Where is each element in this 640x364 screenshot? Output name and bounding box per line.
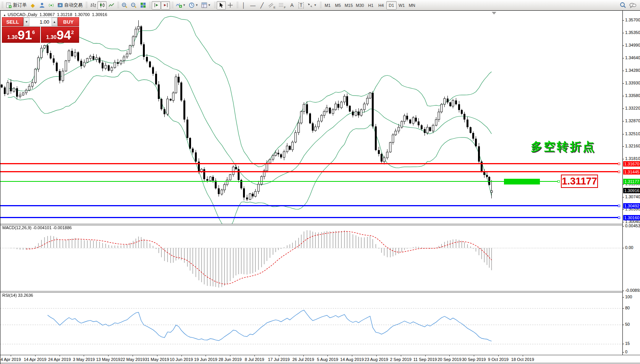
- date-tick: [303, 355, 304, 356]
- horizontal-line-1.31177[interactable]: [0, 181, 560, 182]
- templates-button[interactable]: ▼: [200, 1, 212, 10]
- price-level-label[interactable]: 1.31177: [561, 175, 598, 188]
- date-label: 3 May 2019: [73, 357, 95, 362]
- horizontal-line-1.30160[interactable]: [0, 217, 620, 218]
- timeframe-m15[interactable]: M15: [343, 1, 354, 10]
- ask-pipette: 2: [71, 29, 74, 35]
- ask-price-box[interactable]: 1.30 94 2: [41, 27, 79, 43]
- cursor-button[interactable]: [217, 1, 226, 10]
- autotrading-button[interactable]: 自动交易: [56, 1, 84, 10]
- volume-input[interactable]: [29, 18, 52, 26]
- price-tick: 1.31810: [623, 156, 640, 161]
- rsi-canvas[interactable]: [0, 292, 622, 355]
- volume-increase-button[interactable]: ▲: [52, 18, 57, 26]
- price-tick: 1.35700: [623, 18, 640, 22]
- panel-separator[interactable]: [0, 291, 640, 293]
- toolbar-grip: [86, 2, 87, 9]
- bar-chart-button[interactable]: [88, 1, 97, 10]
- timeframe-h4[interactable]: H4: [376, 1, 386, 10]
- zoom-out-button[interactable]: [129, 1, 138, 10]
- search-button[interactable]: [618, 1, 628, 10]
- macd-canvas[interactable]: [0, 225, 622, 291]
- line-anchor-square: [618, 205, 620, 207]
- channel-tool[interactable]: E: [267, 1, 277, 10]
- date-tick: [376, 355, 377, 356]
- rsi-axis-tick: 50: [623, 322, 630, 327]
- chat-button[interactable]: [628, 1, 638, 10]
- text-label-tool[interactable]: T: [297, 1, 306, 10]
- vertical-line-icon: │: [242, 3, 245, 8]
- mql-market-button[interactable]: ◆: [28, 1, 37, 10]
- date-label: 30 Sep 2019: [462, 357, 486, 362]
- quote-open: 1.30867: [40, 12, 55, 17]
- date-tick: [279, 355, 279, 356]
- horizontal-line-1.30492[interactable]: [0, 205, 620, 206]
- buy-button[interactable]: BUY: [58, 17, 79, 26]
- new-order-button[interactable]: 新订单: [4, 1, 28, 10]
- line-anchor-square: [618, 171, 620, 173]
- date-tick: [523, 355, 523, 356]
- timeframe-m5[interactable]: M5: [333, 1, 343, 10]
- price-badge: 1.30160: [623, 215, 640, 220]
- signals-button[interactable]: [47, 1, 56, 10]
- crosshair-button[interactable]: [226, 1, 235, 10]
- price-tick: 1.32510: [623, 131, 640, 136]
- bid-price-box[interactable]: 1.30 91 6: [2, 27, 40, 43]
- arrows-tool[interactable]: ▼: [306, 1, 318, 10]
- channel-letter: E: [274, 6, 275, 9]
- timeframe-mn[interactable]: MN: [407, 1, 417, 10]
- date-label: 5 Aug 2019: [317, 357, 339, 362]
- candlestick-chart-button[interactable]: [97, 1, 107, 10]
- volume-decrease-button[interactable]: ▼: [24, 18, 29, 26]
- macd-label: MACD(12,26,9) -0.004101 -0.001886: [2, 225, 72, 230]
- chart-shift-button[interactable]: [152, 1, 161, 10]
- horizontal-line-1.31445[interactable]: [0, 171, 620, 172]
- quote-low: 1.30700: [75, 12, 90, 17]
- trendline-tool[interactable]: ╱: [258, 1, 267, 10]
- turning-point-annotation[interactable]: 多空转折点: [531, 139, 596, 155]
- timeframe-m30[interactable]: M30: [354, 1, 365, 10]
- community-button[interactable]: [37, 1, 47, 10]
- horizontal-line-1.31670[interactable]: [0, 163, 620, 164]
- price-scale[interactable]: 1.357001.353501.349901.346401.342801.339…: [622, 11, 640, 355]
- horizontal-line-tool[interactable]: —: [248, 1, 258, 10]
- vertical-line-tool[interactable]: │: [239, 1, 248, 10]
- date-label: 2 Sep 2019: [390, 357, 412, 362]
- timeframe-d1[interactable]: D1: [386, 1, 397, 10]
- autotrading-label: 自动交易: [64, 2, 83, 8]
- text-tool[interactable]: A: [287, 1, 297, 10]
- fibonacci-tool[interactable]: F: [277, 1, 287, 10]
- date-tick: [84, 355, 84, 356]
- indicators-button[interactable]: ▼: [174, 1, 187, 10]
- tile-windows-button[interactable]: [138, 1, 147, 10]
- date-tick: [60, 355, 60, 356]
- timeframe-m1[interactable]: M1: [322, 1, 333, 10]
- date-tick: [230, 355, 230, 356]
- price-tick: 1.35350: [623, 30, 640, 35]
- toolbar-grip: [172, 2, 173, 9]
- timeframe-w1[interactable]: W1: [397, 1, 407, 10]
- trendline-icon: ╱: [261, 3, 264, 8]
- auto-scroll-button[interactable]: [161, 1, 170, 10]
- line-anchor-square: [618, 163, 620, 165]
- main-chart-canvas[interactable]: [0, 11, 622, 224]
- date-axis[interactable]: 4 Apr 201914 Apr 201924 Apr 20193 May 20…: [0, 355, 640, 362]
- search-icon: [620, 2, 626, 8]
- price-tick: 1.33580: [623, 93, 640, 98]
- line-chart-button[interactable]: [107, 1, 116, 10]
- timeframe-h1[interactable]: H1: [366, 1, 376, 10]
- rsi-axis-tick: 0: [623, 349, 627, 354]
- periods-button[interactable]: ▼: [187, 1, 200, 10]
- zoom-in-button[interactable]: [120, 1, 129, 10]
- horizontal-line-icon: —: [250, 3, 256, 8]
- date-label: 14 Apr 2019: [24, 357, 46, 362]
- mql-diamond-icon: ◆: [31, 3, 35, 8]
- panel-separator[interactable]: [0, 224, 640, 225]
- sell-button[interactable]: SELL: [2, 17, 23, 26]
- support-zone-rectangle[interactable]: [504, 179, 540, 184]
- toolbar-grip: [117, 2, 119, 9]
- channel-icon: [268, 3, 274, 8]
- date-tick: [401, 355, 401, 356]
- one-click-trade-panel: SELL ▼ ▲ BUY 1.30 91 6 1.30 94 2: [2, 17, 79, 43]
- collapse-panel-icon[interactable]: ▲: [3, 13, 6, 17]
